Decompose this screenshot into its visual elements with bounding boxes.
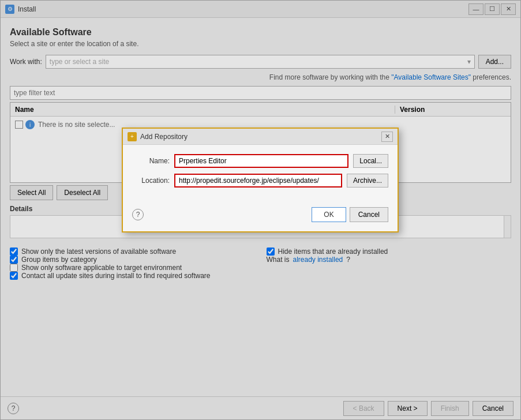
location-row: Location: Archive... bbox=[132, 174, 388, 187]
add-repository-dialog: + Add Repository ✕ Name: Local... Locati… bbox=[122, 127, 399, 232]
modal-cancel-button[interactable]: Cancel bbox=[350, 207, 388, 222]
location-input[interactable] bbox=[174, 174, 342, 187]
name-row: Name: Local... bbox=[132, 154, 388, 168]
modal-help-icon[interactable]: ? bbox=[132, 209, 144, 220]
local-button[interactable]: Local... bbox=[353, 154, 388, 168]
modal-close-button[interactable]: ✕ bbox=[381, 132, 393, 142]
modal-ok-button[interactable]: OK bbox=[312, 207, 346, 222]
name-input[interactable] bbox=[174, 154, 348, 168]
modal-footer-buttons: OK Cancel bbox=[312, 207, 388, 222]
archive-button[interactable]: Archive... bbox=[347, 174, 388, 187]
modal-body: Name: Local... Location: Archive... bbox=[123, 145, 398, 202]
location-label: Location: bbox=[132, 177, 170, 185]
modal-footer: ? OK Cancel bbox=[123, 202, 398, 231]
main-window: ⚙ Install — ☐ ✕ Available Software Selec… bbox=[0, 0, 521, 420]
name-label: Name: bbox=[132, 157, 170, 165]
modal-title-bar: + Add Repository ✕ bbox=[123, 129, 398, 145]
modal-icon: + bbox=[128, 132, 137, 141]
modal-title: Add Repository bbox=[140, 133, 381, 141]
